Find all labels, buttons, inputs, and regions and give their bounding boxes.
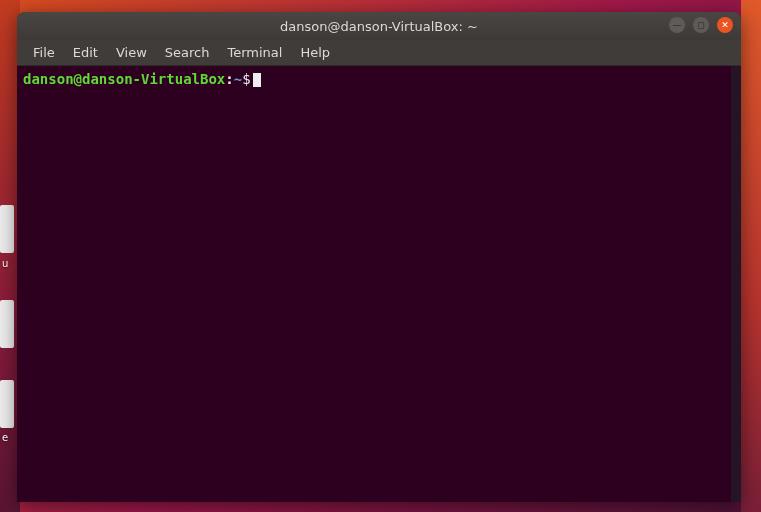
terminal-window: danson@danson-VirtualBox: ~ — ◻ ✕ File E… <box>17 12 741 502</box>
window-controls: — ◻ ✕ <box>669 17 733 33</box>
menu-file[interactable]: File <box>25 42 63 63</box>
close-icon: ✕ <box>721 20 729 30</box>
maximize-icon: ◻ <box>697 20 704 30</box>
menu-help[interactable]: Help <box>292 42 338 63</box>
desktop-icon-partial[interactable] <box>0 380 14 428</box>
desktop-icon-label: e <box>2 432 8 443</box>
prompt-separator: : <box>225 71 233 87</box>
terminal-body[interactable]: danson@danson-VirtualBox:~$ <box>17 66 741 502</box>
desktop-right-strip <box>741 0 761 512</box>
minimize-icon: — <box>673 20 682 30</box>
desktop-icon-partial[interactable] <box>0 205 14 253</box>
desktop-icon-partial[interactable] <box>0 300 14 348</box>
prompt-user-host: danson@danson-VirtualBox <box>23 71 225 87</box>
menu-bar: File Edit View Search Terminal Help <box>17 40 741 66</box>
cursor-icon <box>253 73 261 87</box>
close-button[interactable]: ✕ <box>717 17 733 33</box>
window-titlebar[interactable]: danson@danson-VirtualBox: ~ — ◻ ✕ <box>17 12 741 40</box>
terminal-scrollbar[interactable] <box>731 66 741 502</box>
maximize-button[interactable]: ◻ <box>693 17 709 33</box>
prompt-path: ~ <box>234 71 242 87</box>
desktop-icon-label: u <box>2 258 8 269</box>
menu-view[interactable]: View <box>108 42 155 63</box>
window-title: danson@danson-VirtualBox: ~ <box>280 19 478 34</box>
menu-terminal[interactable]: Terminal <box>219 42 290 63</box>
minimize-button[interactable]: — <box>669 17 685 33</box>
menu-edit[interactable]: Edit <box>65 42 106 63</box>
prompt-symbol: $ <box>242 71 250 87</box>
menu-search[interactable]: Search <box>157 42 218 63</box>
